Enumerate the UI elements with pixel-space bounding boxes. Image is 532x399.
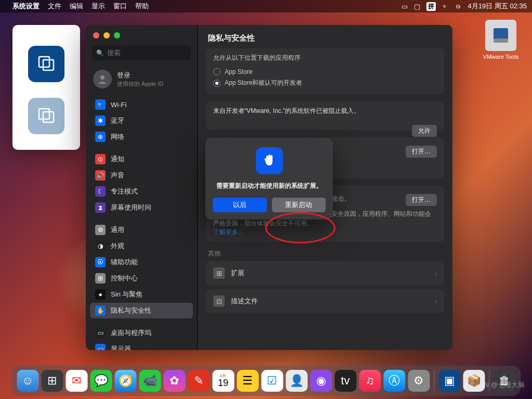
extensions-row[interactable]: ⊞ 扩展 › bbox=[206, 261, 444, 285]
dock-photos[interactable]: ✿ bbox=[163, 370, 185, 392]
sidebar-item-控制中心[interactable]: ⊞控制中心 bbox=[90, 271, 193, 286]
profiles-row[interactable]: ⊡ 描述文件 › bbox=[206, 289, 444, 313]
menu-window[interactable]: 窗口 bbox=[113, 2, 127, 11]
sidebar-icon: ⊙ bbox=[95, 154, 106, 164]
sidebar-icon: ᯤ bbox=[95, 99, 106, 110]
sidebar-item-网络[interactable]: ⊕网络 bbox=[90, 129, 193, 145]
close-button[interactable] bbox=[93, 32, 99, 38]
dock-vmware[interactable]: ▣ bbox=[438, 370, 460, 392]
chevron-right-icon: › bbox=[435, 269, 437, 277]
sidebar-icon: ☾ bbox=[95, 186, 106, 197]
svg-rect-2 bbox=[39, 57, 49, 67]
svg-rect-1 bbox=[494, 38, 508, 43]
other-section-label: 其他 bbox=[208, 249, 442, 258]
sidebar-item-屏幕使用时间[interactable]: ⧗屏幕使用时间 bbox=[90, 200, 193, 215]
sidebar-item-桌面与程序坞[interactable]: ▭桌面与程序坞 bbox=[90, 325, 193, 341]
sidebar-icon: ● bbox=[95, 289, 106, 300]
sidebar-icon: ✱ bbox=[95, 115, 106, 126]
sidebar-item-label: Siri 与聚焦 bbox=[111, 290, 142, 299]
sidebar-item-label: 通知 bbox=[111, 155, 124, 164]
dock-finder[interactable]: ☺ bbox=[17, 370, 38, 392]
dock-music[interactable]: ♫ bbox=[359, 370, 381, 392]
dock-reminders[interactable]: ☑ bbox=[261, 370, 283, 392]
sidebar-icon: ⚙ bbox=[95, 225, 106, 235]
search-icon: 🔍 bbox=[96, 49, 104, 57]
menu-view[interactable]: 显示 bbox=[92, 2, 105, 11]
stage-manager-icon[interactable]: ▢ bbox=[414, 3, 420, 10]
window-controls bbox=[86, 25, 197, 44]
sidebar-item-声音[interactable]: 🔊声音 bbox=[90, 168, 193, 183]
open-button-2[interactable]: 打开… bbox=[406, 194, 437, 206]
restart-dialog: 需要重新启动才能使用新的系统扩展。 以后 重新启动 bbox=[205, 138, 333, 220]
dock-podcasts[interactable]: ◉ bbox=[310, 370, 332, 392]
svg-rect-5 bbox=[43, 112, 54, 122]
blocked-software-group: 来自开发者“VMware, Inc.”的系统软件已被阻止载入。 允许 bbox=[206, 101, 444, 130]
menu-help[interactable]: 帮助 bbox=[135, 2, 149, 11]
sidebar-item-专注模式[interactable]: ☾专注模式 bbox=[90, 184, 193, 199]
input-method-icon[interactable]: 拼 bbox=[426, 2, 436, 11]
avatar-icon bbox=[93, 70, 112, 88]
sidebar-item-隐私与安全性[interactable]: ✋隐私与安全性 bbox=[90, 303, 193, 318]
dock-safari[interactable]: 🧭 bbox=[114, 370, 136, 392]
sidebar-item-label: 声音 bbox=[111, 171, 124, 180]
learn-more-link[interactable]: 了解更多… bbox=[213, 228, 437, 237]
sidebar-item-label: 辅助功能 bbox=[111, 258, 138, 267]
menu-file[interactable]: 文件 bbox=[48, 2, 61, 11]
privacy-hand-icon bbox=[256, 147, 283, 174]
open-button-1[interactable]: 打开… bbox=[406, 146, 437, 158]
allow-button[interactable]: 允许 bbox=[412, 125, 437, 137]
dialog-message: 需要重新启动才能使用新的系统扩展。 bbox=[213, 182, 326, 190]
signin-label: 登录 bbox=[117, 71, 163, 80]
installer-window[interactable] bbox=[12, 25, 80, 150]
dock-separator bbox=[434, 370, 434, 391]
menubar-datetime[interactable]: 4月19日 周五 02:35 bbox=[468, 2, 527, 11]
svg-rect-4 bbox=[39, 109, 49, 119]
restart-button[interactable]: 重新启动 bbox=[272, 198, 326, 212]
battery-icon[interactable]: ▭ bbox=[401, 3, 408, 10]
dock-appstore[interactable]: Ⓐ bbox=[383, 370, 405, 392]
wifi-icon[interactable]: ᯤ bbox=[442, 3, 449, 10]
dock-tv[interactable]: tv bbox=[334, 370, 356, 392]
sidebar-item-label: 控制中心 bbox=[111, 274, 138, 283]
radio-appstore-dev[interactable]: App Store和被认可的开发者 bbox=[213, 77, 437, 89]
dock-messages[interactable]: 💬 bbox=[90, 370, 112, 392]
sidebar-icon: ✋ bbox=[95, 305, 106, 316]
profiles-icon: ⊡ bbox=[213, 295, 225, 307]
sidebar-item-label: 网络 bbox=[111, 132, 124, 141]
minimize-button[interactable] bbox=[103, 32, 110, 38]
radio-appstore[interactable]: App Store bbox=[213, 67, 437, 77]
sidebar-item-通知[interactable]: ⊙通知 bbox=[90, 151, 193, 167]
sidebar-item-Wi-Fi[interactable]: ᯤWi-Fi bbox=[90, 97, 193, 112]
desktop-icon-vmware-tools[interactable]: VMware Tools bbox=[480, 20, 522, 60]
settings-sidebar: 🔍 搜索 登录 使用你的 Apple ID ᯤWi-Fi✱蓝牙⊕网络⊙通知🔊声音… bbox=[86, 25, 198, 350]
sidebar-item-蓝牙[interactable]: ✱蓝牙 bbox=[90, 113, 193, 128]
search-input[interactable]: 🔍 搜索 bbox=[92, 46, 191, 60]
sidebar-item-Siri 与聚焦[interactable]: ●Siri 与聚焦 bbox=[90, 287, 193, 302]
dock-notes[interactable]: ☰ bbox=[237, 370, 258, 392]
dock-launchpad[interactable]: ⊞ bbox=[41, 370, 63, 392]
apple-id-row[interactable]: 登录 使用你的 Apple ID bbox=[86, 66, 197, 96]
dock-mail[interactable]: ✉ bbox=[66, 370, 87, 392]
sidebar-item-外观[interactable]: ◑外观 bbox=[90, 238, 193, 254]
sidebar-item-通用[interactable]: ⚙通用 bbox=[90, 222, 193, 238]
watermark: CSDN @七维大脑 bbox=[470, 380, 525, 390]
menu-edit[interactable]: 编辑 bbox=[70, 2, 83, 11]
sidebar-icon: ▭ bbox=[95, 344, 106, 350]
app-menu[interactable]: 系统设置 bbox=[12, 2, 40, 11]
sidebar-item-辅助功能[interactable]: ⦿辅助功能 bbox=[90, 254, 193, 270]
zoom-button[interactable] bbox=[114, 32, 120, 38]
sidebar-icon: ◑ bbox=[95, 241, 106, 251]
content-title: 隐私与安全性 bbox=[198, 25, 452, 48]
control-center-icon[interactable]: ⛭ bbox=[455, 3, 462, 10]
sidebar-icon: ⧗ bbox=[95, 202, 106, 213]
dock-facetime[interactable]: 📹 bbox=[139, 370, 161, 392]
dock-calendar[interactable]: 4月19 bbox=[212, 370, 234, 392]
dock-freeform[interactable]: ✎ bbox=[188, 370, 210, 392]
sidebar-item-label: 桌面与程序坞 bbox=[111, 328, 151, 338]
blocked-software-text: 来自开发者“VMware, Inc.”的系统软件已被阻止载入。 bbox=[213, 107, 437, 115]
sidebar-item-显示器[interactable]: ▭显示器 bbox=[90, 341, 193, 350]
sidebar-icon: ▭ bbox=[95, 328, 106, 338]
later-button[interactable]: 以后 bbox=[213, 198, 267, 212]
dock-contacts[interactable]: 👤 bbox=[286, 370, 307, 392]
dock-settings[interactable]: ⚙ bbox=[408, 370, 430, 392]
